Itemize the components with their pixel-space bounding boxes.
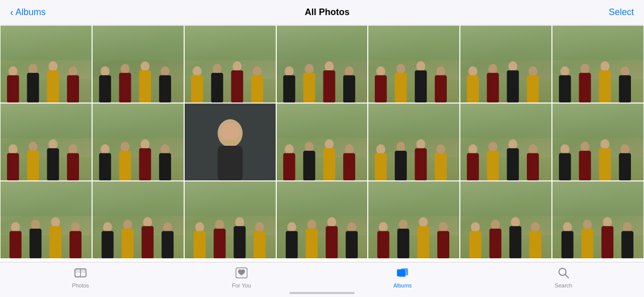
photo-cell-photo-17[interactable] — [184, 181, 276, 259]
svg-point-119 — [489, 142, 498, 152]
select-button[interactable]: Select — [609, 7, 634, 18]
svg-rect-70 — [1, 104, 92, 138]
photo-cell-photo-1[interactable] — [0, 25, 92, 103]
svg-point-78 — [68, 144, 77, 154]
svg-rect-35 — [303, 73, 315, 103]
svg-rect-208 — [75, 269, 86, 273]
svg-rect-150 — [121, 229, 133, 258]
photo-cell-photo-15[interactable] — [0, 181, 92, 259]
svg-point-72 — [9, 144, 18, 154]
svg-point-199 — [583, 220, 592, 230]
svg-point-86 — [140, 139, 149, 149]
photo-cell-photo-8[interactable] — [0, 103, 92, 181]
svg-point-149 — [123, 220, 132, 230]
photo-cell-photo-4[interactable] — [276, 25, 368, 103]
photo-cell-photo-12[interactable] — [368, 103, 460, 181]
photo-svg — [552, 181, 643, 258]
tab-search[interactable]: Search — [483, 266, 644, 288]
tab-albums[interactable]: Albums — [322, 266, 483, 288]
svg-point-153 — [163, 222, 172, 232]
photo-cell-photo-20[interactable] — [460, 181, 552, 259]
back-label: Albums — [16, 7, 46, 18]
grid-row-2 — [0, 181, 644, 259]
svg-rect-59 — [527, 75, 539, 103]
photo-cell-photo-9[interactable] — [92, 103, 184, 181]
svg-rect-105 — [368, 104, 459, 138]
home-indicator — [289, 292, 355, 294]
svg-point-193 — [531, 222, 540, 232]
svg-rect-184 — [438, 231, 450, 258]
svg-rect-87 — [139, 148, 151, 180]
svg-rect-118 — [467, 153, 479, 180]
photo-cell-photo-18[interactable] — [276, 181, 368, 259]
photo-cell-photo-21[interactable] — [552, 181, 644, 259]
photo-cell-photo-19[interactable] — [368, 181, 460, 259]
svg-point-121 — [509, 139, 518, 149]
svg-rect-130 — [579, 151, 591, 180]
svg-rect-145 — [93, 181, 184, 216]
svg-rect-174 — [346, 231, 358, 258]
photo-svg — [185, 26, 276, 103]
svg-rect-134 — [619, 153, 631, 180]
svg-point-123 — [528, 144, 537, 154]
svg-point-99 — [304, 142, 313, 152]
svg-rect-202 — [602, 226, 614, 258]
svg-point-56 — [509, 61, 518, 71]
svg-rect-115 — [460, 104, 551, 138]
svg-point-58 — [528, 66, 537, 76]
svg-rect-198 — [561, 231, 574, 258]
photo-cell-photo-10[interactable] — [184, 103, 276, 181]
tab-for-you[interactable]: For You — [161, 266, 322, 288]
svg-point-36 — [325, 61, 334, 71]
svg-rect-37 — [323, 70, 335, 103]
photo-background — [552, 26, 643, 103]
photo-cell-photo-13[interactable] — [460, 103, 552, 181]
svg-rect-10 — [93, 26, 184, 60]
photo-cell-photo-7[interactable] — [552, 25, 644, 103]
photo-cell-photo-14[interactable] — [552, 103, 644, 181]
svg-point-129 — [581, 142, 590, 152]
for-you-tab-label: For You — [232, 283, 251, 288]
svg-point-8 — [68, 66, 77, 76]
svg-rect-29 — [251, 75, 263, 103]
svg-rect-83 — [99, 153, 111, 180]
photo-svg — [368, 104, 459, 180]
svg-rect-69 — [619, 75, 631, 103]
photo-cell-photo-11[interactable] — [276, 103, 368, 181]
photo-background — [552, 181, 643, 258]
photo-svg — [1, 26, 92, 103]
svg-point-12 — [101, 66, 110, 76]
svg-point-189 — [491, 220, 500, 230]
photo-cell-photo-3[interactable] — [184, 25, 276, 103]
svg-point-97 — [284, 144, 293, 154]
svg-rect-89 — [159, 153, 171, 180]
svg-point-167 — [287, 222, 296, 232]
svg-rect-144 — [69, 231, 82, 258]
photo-svg — [277, 104, 368, 180]
tab-photos[interactable]: Photos — [0, 266, 161, 288]
svg-point-187 — [471, 222, 480, 232]
svg-rect-132 — [599, 148, 611, 180]
photo-background — [185, 181, 276, 258]
photo-cell-photo-5[interactable] — [368, 25, 460, 103]
svg-point-197 — [563, 222, 572, 232]
svg-point-93 — [221, 123, 239, 141]
svg-point-103 — [345, 144, 354, 154]
svg-point-147 — [103, 222, 112, 232]
svg-rect-85 — [119, 151, 131, 180]
albums-icon — [396, 266, 409, 281]
photo-svg — [277, 26, 368, 103]
svg-rect-30 — [277, 26, 368, 60]
photo-cell-photo-16[interactable] — [92, 181, 184, 259]
svg-rect-65 — [579, 73, 591, 103]
svg-point-66 — [601, 61, 610, 71]
photo-cell-photo-2[interactable] — [92, 25, 184, 103]
svg-point-181 — [419, 217, 428, 227]
svg-rect-170 — [305, 229, 317, 258]
back-button[interactable]: ‹ Albums — [10, 7, 46, 18]
svg-rect-79 — [67, 153, 79, 180]
navigation-header: ‹ Albums All Photos Select — [0, 0, 644, 25]
svg-point-157 — [195, 222, 204, 232]
svg-rect-43 — [375, 75, 387, 103]
photo-cell-photo-6[interactable] — [460, 25, 552, 103]
